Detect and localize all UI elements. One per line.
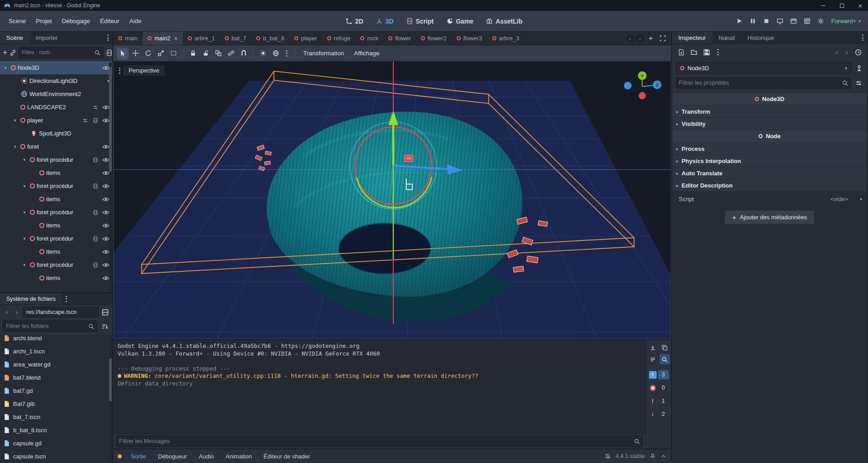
- scene-filter-input[interactable]: [22, 49, 95, 56]
- file-capsule-gd[interactable]: capsule.gd: [0, 437, 112, 450]
- tree-node-player[interactable]: ▾player: [0, 114, 112, 127]
- scene-tab-main[interactable]: main: [113, 32, 143, 45]
- inspector-back-icon[interactable]: ‹: [833, 47, 841, 57]
- script-icon[interactable]: [92, 210, 99, 215]
- message-filter-input[interactable]: [119, 438, 634, 444]
- tab-import[interactable]: Importer: [29, 32, 64, 43]
- play-button[interactable]: [734, 15, 745, 27]
- expand-arrow-icon[interactable]: ▾: [21, 157, 28, 162]
- object-history-icon[interactable]: [853, 47, 863, 58]
- sun-icon[interactable]: [257, 48, 269, 59]
- scene-tab-bat-7[interactable]: bat_7: [220, 32, 252, 45]
- viewport-options-icon[interactable]: [282, 50, 291, 57]
- search-messages-icon[interactable]: [660, 354, 670, 364]
- file-capsule-tscn[interactable]: capsule.tscn: [0, 450, 112, 463]
- menu-d-bogage[interactable]: Débogage: [57, 15, 95, 27]
- file-archi-blend[interactable]: archi.blend: [0, 335, 112, 345]
- bottom-tab-d-bogueur[interactable]: Débogueur: [153, 450, 192, 463]
- script-icon[interactable]: [92, 183, 99, 189]
- collapse-duplicates-icon[interactable]: [648, 354, 658, 364]
- menu-projet[interactable]: Projet: [31, 15, 57, 27]
- tool-icon[interactable]: [81, 118, 89, 123]
- visibility-eye-icon[interactable]: [102, 105, 110, 110]
- bottom-tab-audio[interactable]: Audio: [193, 450, 219, 463]
- new-scene-tab-button[interactable]: +: [646, 34, 656, 43]
- attach-script-button[interactable]: [106, 47, 113, 58]
- rotate-tool-icon[interactable]: [142, 48, 154, 59]
- switch-3d[interactable]: 3D: [372, 15, 398, 28]
- tree-node-items[interactable]: items: [0, 271, 112, 285]
- visibility-eye-icon[interactable]: [102, 197, 110, 202]
- file-list-scrollbar[interactable]: [109, 336, 112, 462]
- visibility-eye-icon[interactable]: [102, 183, 110, 189]
- tab-scroll-right-icon[interactable]: ›: [636, 34, 644, 43]
- scene-tab-flower[interactable]: flower: [383, 32, 416, 45]
- switch-2d[interactable]: 2D: [341, 15, 368, 28]
- lock-icon[interactable]: [187, 48, 199, 59]
- tree-node-items[interactable]: items: [0, 193, 112, 206]
- distraction-free-icon[interactable]: [658, 34, 668, 43]
- sort-files-icon[interactable]: [100, 321, 110, 331]
- close-tab-icon[interactable]: ×: [174, 35, 178, 42]
- tree-node-landscape2[interactable]: LANDSCAPE2: [0, 101, 112, 114]
- tree-node-foret-proc-dur[interactable]: ▾foret procédur: [0, 206, 112, 219]
- select-tool-icon[interactable]: [117, 48, 129, 59]
- add-metadata-button[interactable]: + Ajouter des métadonnées: [725, 210, 815, 224]
- expand-arrow-icon[interactable]: ▾: [11, 118, 19, 123]
- visibility-eye-icon[interactable]: [102, 236, 110, 241]
- script-property-row[interactable]: Script <vide> ▾: [672, 191, 867, 207]
- tab-inspector[interactable]: Inspecteur: [672, 32, 712, 43]
- split-view-icon[interactable]: [100, 308, 110, 317]
- remote-debug-icon[interactable]: [774, 15, 786, 27]
- ruler-icon[interactable]: [225, 48, 237, 59]
- tab-history[interactable]: Historique: [741, 32, 781, 43]
- visibility-eye-icon[interactable]: [102, 118, 110, 123]
- file-filter-input[interactable]: [6, 323, 88, 329]
- badge-error[interactable]: 0: [649, 383, 669, 392]
- expand-panel-icon[interactable]: [660, 453, 667, 459]
- badge-alert[interactable]: !3: [649, 370, 669, 379]
- script-icon[interactable]: [92, 157, 99, 163]
- visibility-eye-icon[interactable]: [102, 249, 110, 255]
- tree-node-foret-proc-dur[interactable]: ▾foret procédur: [0, 232, 112, 245]
- visibility-eye-icon[interactable]: [102, 223, 110, 228]
- property-group-visibility[interactable]: ▸Visibility: [672, 118, 867, 130]
- file-bat7-gd[interactable]: bat7.gd: [0, 384, 112, 397]
- scene-tab-flower3[interactable]: flower3: [452, 32, 487, 45]
- instance-scene-button[interactable]: [10, 47, 16, 58]
- visibility-eye-icon[interactable]: [102, 144, 110, 150]
- scene-tab-player[interactable]: player: [289, 32, 322, 45]
- inspector-forward-icon[interactable]: ›: [843, 47, 851, 57]
- script-icon[interactable]: [92, 118, 99, 123]
- unlock-icon[interactable]: [200, 48, 211, 59]
- group-icon[interactable]: [212, 48, 224, 59]
- save-resource-icon[interactable]: [701, 47, 712, 58]
- menu-transform[interactable]: Transformation: [299, 48, 348, 59]
- tree-node-node3d[interactable]: ▾Node3D: [0, 61, 112, 74]
- tree-node-foret-proc-dur[interactable]: ▾foret procédur: [0, 258, 112, 271]
- scene-tab-refuge[interactable]: refuge: [322, 32, 356, 45]
- property-group-transform[interactable]: ▸Transform: [672, 106, 867, 117]
- scene-tab-rock[interactable]: rock: [355, 32, 383, 45]
- bottom-tab-sortie[interactable]: Sortie: [125, 450, 152, 463]
- tree-node-items[interactable]: items: [0, 245, 112, 258]
- switch-script[interactable]: Script: [402, 15, 439, 28]
- stop-button[interactable]: [761, 15, 773, 27]
- script-icon[interactable]: [92, 236, 99, 241]
- environment-icon[interactable]: [270, 48, 281, 59]
- renderer-settings-icon[interactable]: [815, 15, 827, 27]
- tool-icon[interactable]: [92, 105, 99, 110]
- output-console[interactable]: Godot Engine v4.4.1.stable.official.49a5…: [113, 340, 646, 434]
- scene-tree-scrollbar[interactable]: [109, 62, 112, 291]
- expand-arrow-icon[interactable]: ▾: [21, 183, 28, 188]
- renderer-selector[interactable]: Forward+ ▾: [829, 16, 863, 26]
- badge-warning[interactable]: !1: [649, 396, 669, 405]
- maximize-button[interactable]: [834, 0, 849, 11]
- scene-tab-b-bat-8[interactable]: b_bat_8: [251, 32, 289, 45]
- scene-tab-flower2[interactable]: flower2: [416, 32, 452, 45]
- tab-filesystem[interactable]: Système de fichiers: [0, 293, 62, 304]
- visibility-eye-icon[interactable]: [102, 65, 110, 71]
- notification-bell-icon[interactable]: [605, 453, 611, 459]
- tree-node-directionallight3d[interactable]: DirectionalLight3D▾: [0, 74, 112, 87]
- tree-node-foret-proc-dur[interactable]: ▾foret procédur: [0, 179, 112, 193]
